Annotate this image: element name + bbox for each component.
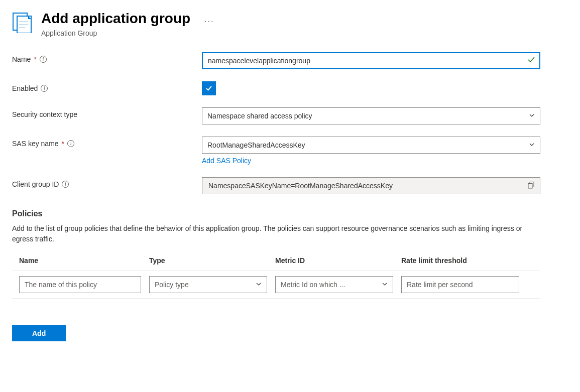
copy-icon[interactable] <box>528 181 535 190</box>
info-icon[interactable]: i <box>62 181 69 188</box>
name-input[interactable] <box>202 52 540 69</box>
client-group-id-field: NamespaceSASKeyName=RootManageSharedAcce… <box>202 177 540 194</box>
name-label: Name <box>12 55 31 63</box>
chevron-down-icon <box>256 281 262 289</box>
more-button[interactable]: ··· <box>204 17 214 26</box>
policies-table: Name Type Metric ID Rate limit threshold… <box>12 256 540 299</box>
policy-row: Policy type Metric Id on which ... <box>12 271 540 299</box>
col-header-name: Name <box>19 256 141 265</box>
info-icon[interactable]: i <box>40 56 47 63</box>
info-icon[interactable]: i <box>41 85 48 92</box>
policies-section-title: Policies <box>12 209 540 218</box>
policy-metric-select[interactable]: Metric Id on which ... <box>275 276 393 293</box>
policy-type-select[interactable]: Policy type <box>149 276 267 293</box>
footer: Add <box>0 319 580 347</box>
svg-rect-6 <box>528 183 532 188</box>
policy-rate-input[interactable] <box>401 276 519 293</box>
chevron-down-icon <box>529 141 535 149</box>
page-title: Add application group <box>41 10 190 27</box>
page-header: Add application group Application Group … <box>0 0 580 37</box>
sas-key-select[interactable]: RootManageSharedAccessKey <box>202 137 540 154</box>
col-header-metric: Metric ID <box>275 256 393 265</box>
col-header-type: Type <box>149 256 267 265</box>
app-group-icon <box>12 12 33 33</box>
valid-check-icon <box>527 56 535 66</box>
policy-name-input[interactable] <box>19 276 141 293</box>
chevron-down-icon <box>382 281 388 289</box>
enabled-label: Enabled <box>12 84 38 92</box>
chevron-down-icon <box>529 112 535 120</box>
svg-rect-2 <box>19 21 28 22</box>
required-indicator: * <box>34 55 36 63</box>
sas-key-label: SAS key name <box>12 140 59 148</box>
svg-rect-3 <box>19 24 28 25</box>
policies-section-desc: Add to the list of group policies that d… <box>12 223 524 244</box>
security-context-select[interactable]: Namespace shared access policy <box>202 107 540 124</box>
add-sas-policy-link[interactable]: Add SAS Policy <box>202 157 251 165</box>
client-group-label: Client group ID <box>12 180 59 188</box>
svg-rect-4 <box>19 27 25 28</box>
page-subtitle: Application Group <box>41 29 190 37</box>
required-indicator: * <box>62 140 64 148</box>
col-header-rate: Rate limit threshold <box>401 256 519 265</box>
security-context-label: Security context type <box>12 110 77 118</box>
info-icon[interactable]: i <box>67 140 74 147</box>
enabled-checkbox[interactable] <box>202 81 216 95</box>
add-button[interactable]: Add <box>12 325 66 341</box>
